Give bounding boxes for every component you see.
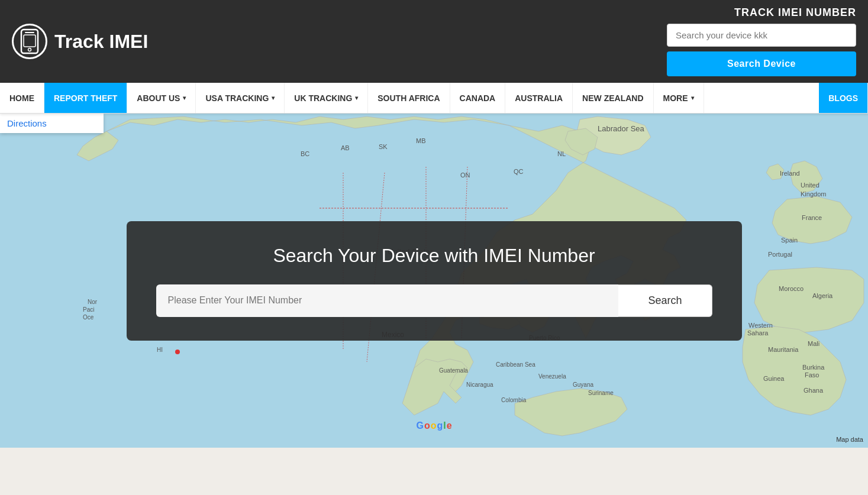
search-button[interactable]: Search: [618, 284, 712, 317]
svg-point-44: [175, 350, 180, 354]
search-device-button[interactable]: Search Device: [667, 51, 856, 76]
more-caret: ▾: [691, 95, 694, 101]
nav-new-zealand[interactable]: NEW ZEALAND: [573, 83, 653, 113]
svg-text:Guinea: Guinea: [763, 375, 785, 382]
nav-south-africa[interactable]: SOUTH AFRICA: [368, 83, 450, 113]
svg-text:Kingdom: Kingdom: [801, 190, 826, 198]
nav-uk-tracking[interactable]: UK TRACKING ▾: [285, 83, 368, 113]
svg-rect-3: [24, 35, 36, 47]
svg-text:Guyana: Guyana: [573, 381, 593, 388]
svg-text:Labrador Sea: Labrador Sea: [598, 124, 645, 133]
map-background: Labrador Sea BC AB SK MB NL ON QC Irelan…: [0, 114, 868, 448]
svg-rect-1: [25, 32, 34, 33]
svg-text:Guatemala: Guatemala: [439, 367, 468, 374]
directions-label: Directions: [7, 118, 47, 128]
navbar: HOME REPORT THEFT ABOUT US ▾ USA TRACKIN…: [0, 83, 868, 114]
svg-text:AB: AB: [341, 144, 350, 151]
svg-text:Algeria: Algeria: [812, 292, 833, 299]
svg-text:Oce: Oce: [83, 314, 94, 321]
svg-text:Morocco: Morocco: [779, 285, 804, 292]
logo-icon: [12, 24, 47, 59]
svg-text:Caribbean Sea: Caribbean Sea: [496, 361, 535, 368]
map-data-text: Map data: [836, 436, 863, 443]
google-watermark: G o o g l e: [416, 420, 451, 431]
svg-text:Colombia: Colombia: [501, 397, 527, 403]
nav-home[interactable]: HOME: [0, 83, 44, 113]
svg-text:Western: Western: [748, 322, 773, 329]
search-overlay-title: Search Your Device with IMEI Number: [273, 245, 595, 267]
search-overlay: Search Your Device with IMEI Number Sear…: [127, 221, 742, 341]
about-us-caret: ▾: [183, 95, 186, 101]
svg-text:QC: QC: [514, 168, 524, 175]
header-right: TRACK IMEI NUMBER Search Device: [667, 7, 856, 76]
svg-text:MB: MB: [416, 137, 426, 144]
uk-tracking-caret: ▾: [355, 95, 358, 101]
nav-blogs[interactable]: BLOGS: [819, 83, 868, 113]
nav-australia[interactable]: AUSTRALIA: [505, 83, 573, 113]
svg-text:ON: ON: [460, 172, 470, 179]
svg-text:Spain: Spain: [781, 237, 798, 244]
svg-text:Burkina: Burkina: [802, 364, 825, 371]
nav-more[interactable]: MORE ▾: [654, 83, 704, 113]
svg-text:Portugal: Portugal: [768, 251, 792, 258]
nav-report-theft[interactable]: REPORT THEFT: [44, 83, 127, 113]
svg-text:Suriname: Suriname: [588, 390, 614, 396]
imei-input[interactable]: [156, 284, 619, 317]
svg-text:Nicaragua: Nicaragua: [466, 381, 493, 388]
usa-tracking-caret: ▾: [272, 95, 275, 101]
svg-point-2: [28, 48, 31, 51]
svg-text:NL: NL: [557, 150, 566, 157]
svg-text:France: France: [802, 214, 822, 221]
svg-text:Faso: Faso: [805, 371, 819, 378]
svg-text:HI: HI: [157, 347, 163, 353]
svg-text:SK: SK: [379, 143, 388, 150]
directions-panel[interactable]: Directions: [0, 114, 104, 133]
svg-text:United: United: [801, 182, 819, 189]
logo-area: Track IMEI: [12, 24, 148, 59]
svg-text:BC: BC: [301, 150, 309, 157]
nav-canada[interactable]: CANADA: [450, 83, 506, 113]
search-device-input[interactable]: [667, 24, 856, 47]
svg-text:Sahara: Sahara: [747, 329, 769, 337]
footer: [0, 448, 868, 495]
track-imei-title: TRACK IMEI NUMBER: [734, 7, 856, 19]
svg-text:Venezuela: Venezuela: [538, 373, 566, 380]
logo-text: Track IMEI: [54, 31, 148, 53]
svg-text:Mali: Mali: [808, 340, 819, 347]
svg-text:Mauritania: Mauritania: [768, 346, 799, 353]
svg-text:Ghana: Ghana: [804, 387, 824, 394]
svg-text:Nor: Nor: [88, 299, 98, 305]
map-container: Labrador Sea BC AB SK MB NL ON QC Irelan…: [0, 114, 868, 448]
header: Track IMEI TRACK IMEI NUMBER Search Devi…: [0, 0, 868, 83]
svg-text:Ireland: Ireland: [780, 170, 800, 177]
nav-usa-tracking[interactable]: USA TRACKING ▾: [196, 83, 285, 113]
svg-text:Paci: Paci: [83, 306, 94, 313]
nav-about-us[interactable]: ABOUT US ▾: [127, 83, 196, 113]
search-form: Search: [156, 284, 712, 317]
